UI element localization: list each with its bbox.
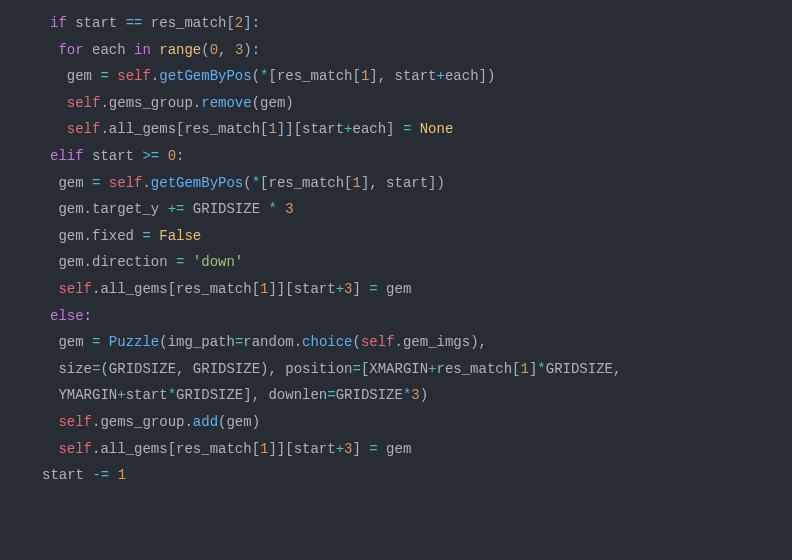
token-id: [109, 467, 117, 483]
token-id: [res_match[: [260, 175, 352, 191]
token-id: GRIDSIZE], downlen: [176, 387, 327, 403]
token-id: (: [252, 68, 260, 84]
token-op: =: [327, 387, 335, 403]
token-id: each]: [352, 121, 402, 137]
token-nm: 3: [411, 387, 419, 403]
token-id: ]][start: [268, 441, 335, 457]
token-id: .all_gems[res_match[: [92, 441, 260, 457]
code-line: gem.direction = 'down': [50, 249, 792, 276]
token-op: =: [369, 441, 377, 457]
token-kw: in: [134, 42, 151, 58]
token-fn: remove: [201, 95, 251, 111]
token-id: [res_match[: [268, 68, 360, 84]
token-id: start: [84, 148, 143, 164]
token-id: [411, 121, 419, 137]
token-id: (img_path: [159, 334, 235, 350]
token-se: self: [67, 95, 101, 111]
token-id: .all_gems[res_match[: [92, 281, 260, 297]
code-block: if start == res_match[2]: for each in ra…: [0, 10, 792, 489]
token-id: gem.fixed: [50, 228, 142, 244]
token-id: random.: [243, 334, 302, 350]
token-id: gem.target_y: [50, 201, 168, 217]
token-id: ]:: [243, 15, 260, 31]
token-op: *: [252, 175, 260, 191]
code-line: elif start >= 0:: [50, 143, 792, 170]
token-id: [109, 68, 117, 84]
token-id: gem.direction: [50, 254, 176, 270]
token-op: =: [369, 281, 377, 297]
token-op: *: [537, 361, 545, 377]
token-id: ], start]): [361, 175, 445, 191]
token-id: res_match[: [437, 361, 521, 377]
code-line: gem = Puzzle(img_path=random.choice(self…: [50, 329, 792, 356]
token-id: :: [84, 308, 92, 324]
token-id: gem: [50, 175, 92, 191]
token-op: +: [336, 441, 344, 457]
token-op: +: [428, 361, 436, 377]
code-line: for each in range(0, 3):: [50, 37, 792, 64]
token-id: [XMARGIN: [361, 361, 428, 377]
code-line: start -= 1: [42, 462, 792, 489]
token-id: YMARGIN: [50, 387, 117, 403]
token-id: .gems_group.: [92, 414, 193, 430]
token-id: ): [420, 387, 428, 403]
token-id: ,: [218, 42, 235, 58]
token-id: (: [243, 175, 251, 191]
token-op: +=: [168, 201, 185, 217]
token-se: self: [109, 175, 143, 191]
token-st: 'down': [193, 254, 243, 270]
token-nm: 0: [210, 42, 218, 58]
code-line: self.all_gems[res_match[1]][start+3] = g…: [50, 436, 792, 463]
token-id: each]): [445, 68, 495, 84]
token-nm: 0: [168, 148, 176, 164]
token-id: ]: [352, 441, 369, 457]
token-bi: False: [159, 228, 201, 244]
token-id: [151, 228, 159, 244]
token-bi: None: [420, 121, 454, 137]
code-line: gem = self.getGemByPos(*[res_match[1], s…: [50, 63, 792, 90]
token-kw: else: [50, 308, 84, 324]
token-id: .gems_group.: [100, 95, 201, 111]
token-id: start: [67, 15, 126, 31]
token-nm: 1: [521, 361, 529, 377]
token-kw: elif: [50, 148, 84, 164]
code-line: self.gems_group.remove(gem): [50, 90, 792, 117]
token-op: +: [336, 281, 344, 297]
token-op: *: [268, 201, 276, 217]
token-fn: Puzzle: [109, 334, 159, 350]
token-id: :: [176, 148, 184, 164]
token-id: gem: [50, 334, 92, 350]
token-id: .: [151, 68, 159, 84]
token-kw: for: [58, 42, 83, 58]
token-id: GRIDSIZE,: [546, 361, 622, 377]
token-fn: choice: [302, 334, 352, 350]
code-line: else:: [50, 303, 792, 330]
token-id: (: [353, 334, 361, 350]
token-op: =: [142, 228, 150, 244]
token-id: [151, 42, 159, 58]
token-id: GRIDSIZE: [336, 387, 403, 403]
code-line: if start == res_match[2]:: [50, 10, 792, 37]
token-id: [184, 254, 192, 270]
token-id: [159, 148, 167, 164]
token-bi: range: [159, 42, 201, 58]
code-line: gem.fixed = False: [50, 223, 792, 250]
code-line: gem = self.getGemByPos(*[res_match[1], s…: [50, 170, 792, 197]
token-id: ]: [352, 281, 369, 297]
code-line: size=(GRIDSIZE, GRIDSIZE), position=[XMA…: [50, 356, 792, 383]
token-op: =: [100, 68, 108, 84]
token-id: res_match[: [142, 15, 234, 31]
token-id: [100, 334, 108, 350]
token-id: each: [84, 42, 134, 58]
token-id: ):: [243, 42, 260, 58]
token-id: start: [42, 467, 92, 483]
token-id: .all_gems[res_match[: [100, 121, 268, 137]
token-kw: if: [50, 15, 67, 31]
token-id: start: [126, 387, 168, 403]
token-op: +: [437, 68, 445, 84]
token-nm: 1: [353, 175, 361, 191]
token-id: GRIDSIZE: [184, 201, 268, 217]
token-id: ]][start: [268, 281, 335, 297]
token-id: (gem): [218, 414, 260, 430]
code-line: self.gems_group.add(gem): [50, 409, 792, 436]
